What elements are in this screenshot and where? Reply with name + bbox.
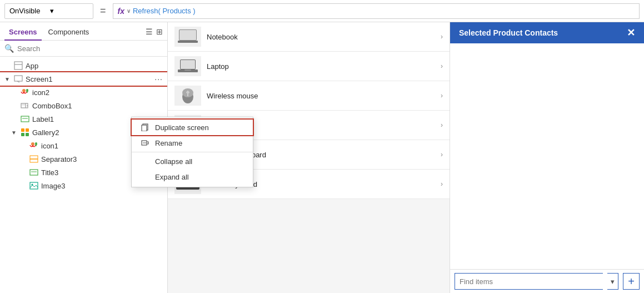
close-button[interactable]: ✕ (627, 28, 635, 38)
svg-text:▾: ▾ (27, 104, 28, 107)
tab-screens[interactable]: Screens (4, 26, 42, 41)
context-menu: Duplicate screen Rename Collapse all (131, 117, 253, 187)
wired-mouse-chevron-icon: › (441, 121, 443, 129)
list-view-icon[interactable]: ☰ (146, 27, 153, 36)
wireless-mouse-chevron-icon: › (441, 92, 443, 100)
svg-rect-29 (179, 30, 196, 40)
screen1-more-icon[interactable]: ··· (154, 75, 163, 83)
screen1-icon (13, 74, 23, 84)
gallery2-chevron-icon: ▼ (11, 130, 18, 136)
rename-label: Rename (155, 139, 182, 147)
right-panel-header: Selected Product Contacts ✕ (450, 22, 644, 43)
top-bar: OnVisible ▾ = fx ∨ Refresh( Products ) (0, 0, 644, 22)
context-menu-rename[interactable]: Rename (132, 135, 253, 151)
dropdown-chevron-icon: ▾ (611, 277, 615, 286)
laptop-name: Laptop (207, 62, 435, 71)
duplicate-icon (141, 123, 149, 132)
svg-rect-25 (142, 125, 147, 131)
svg-rect-20 (30, 170, 38, 175)
image3-icon (29, 181, 39, 191)
title3-icon (29, 167, 39, 177)
formula-text: Refresh( Products ) (133, 7, 196, 15)
right-panel-content (450, 43, 644, 269)
duplicate-label: Duplicate screen (155, 123, 209, 132)
svg-point-38 (186, 91, 189, 93)
right-panel-title: Selected Product Contacts (459, 28, 558, 37)
app-label: App (26, 62, 163, 70)
notebook-chevron-icon: › (441, 33, 443, 41)
svg-rect-9 (22, 105, 25, 106)
svg-rect-2 (14, 76, 22, 81)
rename-icon (141, 138, 149, 147)
notebook-image (174, 27, 201, 47)
equals-sign: = (98, 5, 108, 17)
right-panel-footer: ▾ + (450, 269, 644, 293)
main-layout: Screens Components ☰ ⊞ 🔍 App ▼ (0, 22, 644, 293)
icon1-icon (29, 141, 39, 151)
combobox1-icon: ▾ (20, 101, 30, 111)
svg-rect-34 (184, 69, 191, 71)
wired-keyboard-chevron-icon: › (441, 180, 443, 188)
chevron-down-icon: ▾ (50, 7, 88, 15)
svg-rect-12 (21, 128, 24, 132)
wireless-keyboard-chevron-icon: › (441, 151, 443, 158)
fx-chevron-icon: ∨ (127, 8, 131, 14)
tree-item-app[interactable]: App (0, 59, 167, 72)
screen1-chevron-icon: ▼ (4, 76, 11, 82)
collapse-icon (141, 157, 149, 166)
onvisible-dropdown[interactable]: OnVisible ▾ (4, 3, 93, 19)
search-bar: 🔍 (0, 41, 167, 57)
search-input[interactable] (17, 44, 163, 53)
icon2-icon (20, 87, 30, 97)
formula-bar[interactable]: fx ∨ Refresh( Products ) (113, 3, 640, 19)
svg-rect-14 (21, 133, 24, 136)
dropdown-label: OnVisible (9, 7, 48, 15)
context-menu-expand[interactable]: Expand all (132, 169, 253, 185)
svg-rect-0 (14, 62, 22, 69)
tree-item-screen1[interactable]: ▼ Screen1 ··· (0, 72, 167, 86)
find-items-input[interactable] (455, 273, 603, 290)
combobox1-label: ComboBox1 (32, 102, 163, 110)
context-menu-separator (132, 152, 253, 152)
context-menu-duplicate[interactable]: Duplicate screen (132, 120, 253, 135)
separator3-icon (29, 154, 39, 164)
screen1-label: Screen1 (26, 75, 152, 83)
tree-item-combobox1[interactable]: ▾ ComboBox1 (0, 99, 167, 112)
product-item-wireless-mouse[interactable]: Wireless mouse › (168, 81, 450, 111)
app-icon (13, 61, 23, 71)
tab-components[interactable]: Components (44, 26, 94, 41)
gallery2-icon (20, 127, 30, 137)
grid-view-icon[interactable]: ⊞ (156, 27, 163, 36)
icon2-label: icon2 (32, 88, 163, 97)
product-item-laptop[interactable]: Laptop › (168, 52, 450, 81)
laptop-chevron-icon: › (441, 62, 443, 70)
fx-label: fx (118, 7, 124, 16)
wireless-mouse-name: Wireless mouse (207, 92, 435, 100)
left-panel: Screens Components ☰ ⊞ 🔍 App ▼ (0, 22, 168, 293)
label1-icon (20, 114, 30, 124)
svg-rect-10 (21, 116, 29, 122)
product-item-notebook[interactable]: Notebook › (168, 22, 450, 52)
expand-icon (141, 172, 149, 181)
find-items-dropdown[interactable]: ▾ (607, 273, 618, 290)
panel-tabs: Screens Components ☰ ⊞ (0, 22, 167, 41)
add-button[interactable]: + (623, 273, 640, 290)
laptop-image (174, 56, 201, 76)
notebook-name: Notebook (207, 33, 435, 41)
search-icon: 🔍 (4, 44, 14, 53)
svg-rect-13 (26, 128, 29, 132)
svg-rect-30 (178, 41, 198, 43)
expand-label: Expand all (155, 173, 189, 181)
tree-item-icon2[interactable]: icon2 (0, 86, 167, 99)
context-menu-collapse[interactable]: Collapse all (132, 153, 253, 169)
wireless-mouse-image (174, 86, 201, 106)
collapse-label: Collapse all (155, 157, 192, 166)
svg-rect-15 (26, 133, 29, 136)
right-panel: Selected Product Contacts ✕ ▾ + (450, 22, 644, 293)
svg-rect-32 (181, 60, 195, 69)
tab-icons: ☰ ⊞ (146, 27, 163, 38)
